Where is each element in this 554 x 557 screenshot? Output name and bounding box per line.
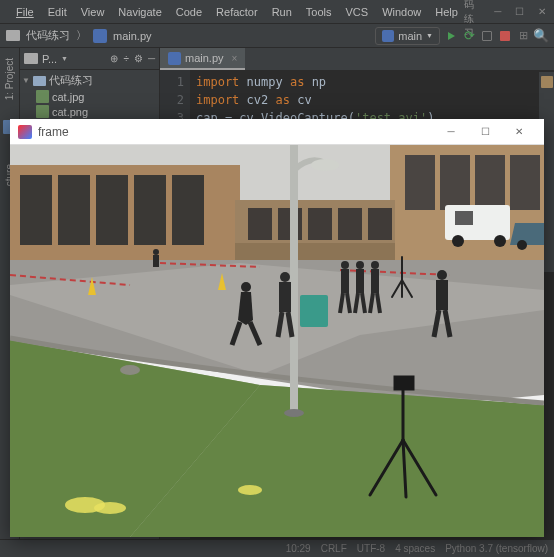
close-icon[interactable]: ✕ [536,6,548,18]
debug-button[interactable]: ⟳ [462,29,476,43]
svg-rect-71 [436,280,448,310]
database-tool-icon[interactable] [541,76,553,88]
svg-rect-7 [172,175,204,245]
svg-point-62 [356,261,364,269]
expand-arrow-icon[interactable]: ▼ [22,76,30,85]
ide-window: File Edit View Navigate Code Refactor Ru… [0,0,554,557]
project-tool-button[interactable]: 1: Project [4,58,15,100]
svg-point-70 [437,270,447,280]
run-config-label: main [398,30,422,42]
dropdown-arrow-icon: ▼ [426,32,433,39]
breadcrumb-file[interactable]: main.py [113,30,152,42]
folder-icon [33,76,46,86]
tree-root-label: 代码练习 [49,73,93,88]
line-number: 1 [160,73,184,91]
status-indent[interactable]: 4 spaces [395,543,435,554]
svg-rect-5 [96,175,128,245]
collapse-icon[interactable]: ÷ [123,53,129,64]
menu-run[interactable]: Run [266,4,298,20]
maximize-icon[interactable]: ☐ [468,120,502,144]
frame-window: frame ─ ☐ ✕ [10,119,544,537]
status-interpreter[interactable]: Python 3.7 (tensorflow) [445,543,548,554]
svg-rect-16 [308,208,332,240]
svg-rect-21 [455,211,473,225]
folder-icon [6,30,20,41]
menu-tools[interactable]: Tools [300,4,338,20]
run-button[interactable] [444,29,458,43]
menu-bar: File Edit View Navigate Code Refactor Ru… [10,4,464,20]
menu-code[interactable]: Code [170,4,208,20]
frame-title: frame [38,125,434,139]
svg-point-49 [153,249,159,255]
menu-window[interactable]: Window [376,4,427,20]
minimize-icon[interactable]: ─ [434,120,468,144]
svg-point-76 [94,502,126,514]
breadcrumb-project[interactable]: 代码练习 [26,28,70,43]
svg-point-23 [494,235,506,247]
title-bar: File Edit View Navigate Code Refactor Ru… [0,0,554,24]
update-button[interactable]: ⊞ [516,29,530,43]
menu-edit[interactable]: Edit [42,4,73,20]
image-file-icon [36,90,49,103]
status-encoding[interactable]: UTF-8 [357,543,385,554]
status-line-sep[interactable]: CRLF [321,543,347,554]
hide-icon[interactable]: ─ [148,53,155,64]
close-tab-icon[interactable]: × [232,53,238,64]
menu-vcs[interactable]: VCS [340,4,375,20]
tree-file[interactable]: cat.jpg [22,89,157,104]
chevron-right-icon: 〉 [76,28,87,43]
svg-point-77 [238,485,262,495]
tree-file[interactable]: cat.png [22,104,157,119]
svg-point-66 [371,261,379,269]
image-file-icon [36,105,49,118]
svg-rect-48 [395,377,413,389]
scene-image [10,145,544,537]
opencv-icon [18,125,32,139]
folder-icon [24,53,38,64]
close-icon[interactable]: ✕ [502,120,536,144]
toolbar: 代码练习 〉 main.py main ▼ ⟳ ⊞ 🔍 [0,24,554,48]
svg-rect-4 [58,175,90,245]
menu-refactor[interactable]: Refactor [210,4,264,20]
svg-point-51 [241,282,251,292]
editor-tab-main[interactable]: main.py × [160,48,245,70]
svg-rect-3 [20,175,52,245]
svg-point-24 [517,240,527,250]
frame-titlebar[interactable]: frame ─ ☐ ✕ [10,119,544,145]
project-panel-header: P... ▼ ⊕ ÷ ⚙ ─ [20,48,159,70]
svg-rect-14 [248,208,272,240]
maximize-icon[interactable]: ☐ [514,6,526,18]
toolbar-right: main ▼ ⟳ ⊞ 🔍 [375,27,548,45]
breadcrumb: 代码练习 〉 main.py [6,28,152,43]
run-config-selector[interactable]: main ▼ [375,27,440,45]
svg-rect-39 [300,295,328,327]
target-icon[interactable]: ⊕ [110,53,118,64]
python-file-icon [168,52,181,65]
tree-file-label: cat.jpg [52,91,84,103]
dropdown-icon[interactable]: ▼ [61,55,68,62]
debug-icon [482,31,492,41]
svg-point-22 [452,235,464,247]
stop-button[interactable] [498,29,512,43]
svg-rect-6 [134,175,166,245]
menu-navigate[interactable]: Navigate [112,4,167,20]
status-bar: 10:29 CRLF UTF-8 4 spaces Python 3.7 (te… [0,539,554,557]
menu-help[interactable]: Help [429,4,464,20]
menu-view[interactable]: View [75,4,111,20]
search-button[interactable]: 🔍 [534,29,548,43]
svg-rect-10 [440,155,470,210]
gear-icon[interactable]: ⚙ [134,53,143,64]
panel-header-icons: ⊕ ÷ ⚙ ─ [110,53,155,64]
svg-rect-55 [279,282,291,312]
menu-file[interactable]: File [10,4,40,20]
minimize-icon[interactable]: ─ [492,6,504,18]
attach-button[interactable] [480,29,494,43]
svg-rect-20 [445,205,510,240]
svg-rect-11 [475,155,505,210]
tab-label: main.py [185,52,224,64]
panel-header-label[interactable]: P... [42,53,57,65]
tree-root[interactable]: ▼ 代码练习 [22,72,157,89]
status-cursor-pos[interactable]: 10:29 [286,543,311,554]
svg-point-74 [120,365,140,375]
svg-rect-12 [510,155,540,210]
